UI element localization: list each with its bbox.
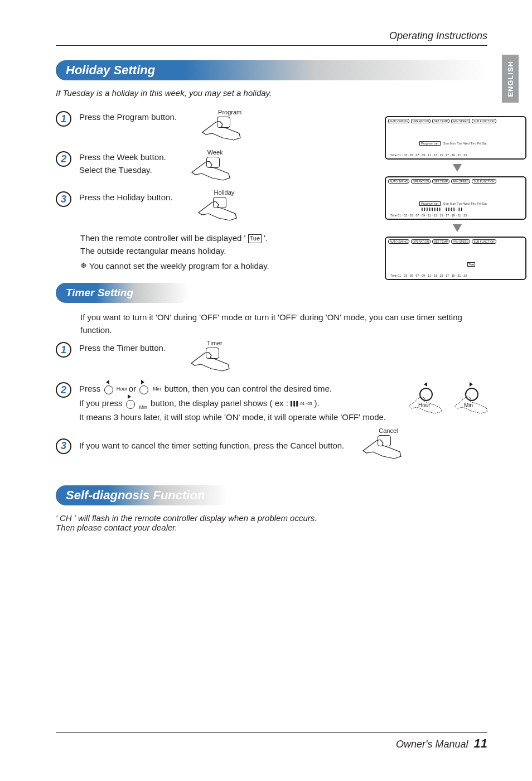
lcd-label: SUB FUNCTION	[472, 119, 496, 123]
program-set-label: Program set	[419, 201, 441, 206]
display-panel-3: AUTO SWING OPERATION SET TEMP FAN SPEED …	[385, 237, 526, 280]
text: Press	[79, 384, 103, 393]
text: Then please contact your dealer.	[56, 523, 177, 532]
language-tab: ENGLISH	[502, 55, 519, 103]
time-scale: Time 01 · 03 · 05 · 07 · 09 · 11 · 13 · …	[390, 214, 523, 217]
display-panel-1: AUTO SWING OPERATION SET TEMP FAN SPEED …	[385, 116, 526, 160]
lcd-label: SET TEMP	[432, 179, 449, 184]
triangle-right-icon	[128, 394, 131, 399]
text: button, then you can control the desired…	[165, 384, 332, 393]
hour-button-icon	[104, 385, 113, 394]
lcd-label: OPERATION	[411, 119, 431, 123]
step-number: 2	[56, 382, 71, 398]
program-button-label: Program	[218, 109, 241, 115]
text: '.	[262, 233, 268, 243]
section-bar-timer: Timer Setting	[56, 283, 190, 303]
hand-icon	[189, 352, 230, 374]
timer-intro: If you want to turn it 'ON' during 'OFF'…	[80, 311, 487, 337]
triangle-left-icon	[424, 382, 427, 387]
bars-row: ▌▌▌▌▌▌▌▌ ▌▌▌▌ ▌▌	[422, 208, 464, 211]
min-big: Min	[462, 382, 487, 417]
section-title-self-diagnosis: Self-diagnosis Function	[66, 488, 205, 503]
hand-icon	[200, 121, 241, 143]
holiday-post-note: Then the remote controller will be displ…	[80, 232, 323, 258]
lcd-label: AUTO SWING	[388, 119, 409, 123]
lcd-label: FAN SPEED	[451, 119, 470, 123]
display-column: AUTO SWING OPERATION SET TEMP FAN SPEED …	[385, 116, 530, 280]
days-row: Sun Mon Tue Wed Thu Fri Sat	[443, 142, 487, 145]
triangle-left-icon	[106, 380, 109, 384]
triangle-right-icon	[470, 382, 473, 387]
display-panel-2: AUTO SWING OPERATION SET TEMP FAN SPEED …	[385, 176, 526, 220]
header-operating-instructions: Operating Instructions	[389, 30, 487, 42]
text: It means 3 hours later, it will stop whi…	[79, 412, 386, 422]
lcd-label: OPERATION	[411, 239, 431, 244]
holiday-intro: If Tuesday is a holiday in this week, yo…	[56, 88, 487, 98]
footer: Owner's Manual 11	[56, 732, 487, 751]
timer-step-1: 1 Press the Timer button. Timer	[56, 342, 487, 377]
tue-box-inline: Tue	[248, 234, 262, 243]
text: ).	[314, 398, 319, 408]
min-label: Min	[138, 404, 148, 412]
time-scale: Time 01 · 03 · 05 · 07 · 09 · 11 · 13 · …	[390, 153, 523, 157]
step-number: 2	[56, 151, 71, 167]
cancel-button-illustration: Cancel	[357, 430, 408, 463]
step-number: 1	[56, 342, 71, 358]
hour-big: Hour	[416, 382, 442, 417]
arrow-down-icon	[385, 163, 530, 173]
hand-icon	[407, 397, 443, 417]
footer-page-number: 11	[474, 736, 487, 751]
step-text: Press the Timer button.	[79, 342, 166, 355]
step-text: Press the Holiday button.	[79, 191, 173, 204]
hand-icon	[196, 201, 238, 224]
time-scale: Time 01 · 03 · 05 · 07 · 09 · 11 · 13 · …	[390, 274, 523, 277]
holiday-cannot-note: ❄ You cannot set the weekly program for …	[80, 261, 323, 271]
step-text: Press the Program button.	[79, 111, 177, 124]
program-button-illustration: Program	[195, 111, 245, 146]
holiday-step-2: 2 Press the Week button. Select the Tues…	[56, 151, 323, 186]
holiday-step-1: 1 Press the Program button. Program	[56, 111, 323, 146]
text: You cannot set the weekly program for a …	[89, 261, 269, 271]
days-row: Sun Mon Tue Wed Thu Fri Sat	[443, 202, 487, 205]
self-diagnosis-text: ' CH ' will flash in the remote controll…	[56, 513, 487, 532]
header-rule	[56, 45, 487, 46]
section-bar-holiday: Holiday Setting	[56, 60, 487, 80]
step-text: Press Hour or Min button, then you can c…	[79, 382, 386, 424]
lcd-label: SET TEMP	[432, 119, 449, 123]
section-title-holiday: Holiday Setting	[66, 63, 155, 78]
step-text: If you want to cancel the timer setting …	[79, 440, 344, 452]
footer-manual-label: Owner's Manual	[396, 739, 468, 750]
hand-icon	[361, 440, 402, 462]
arrow-down-icon	[385, 223, 530, 233]
step-text: Press the Week button. Select the Tuesda…	[79, 151, 166, 176]
lcd-label: OPERATION	[411, 179, 431, 184]
min-label: Min	[152, 385, 162, 393]
text: ' CH ' will flash in the remote controll…	[56, 513, 317, 523]
hand-icon	[190, 161, 231, 184]
hour-label: Hour	[117, 385, 127, 393]
language-tab-label: ENGLISH	[506, 61, 515, 97]
min-button-icon	[126, 400, 135, 409]
cancel-button-label: Cancel	[379, 427, 398, 434]
text: Then the remote controller will be displ…	[80, 233, 248, 243]
hand-icon	[453, 397, 489, 417]
hour-min-buttons-illustration: Hour Min	[416, 382, 487, 417]
bars-example: ▌▌▌ 01 · 03	[291, 401, 312, 407]
lcd-label: SET TEMP	[432, 239, 449, 244]
timer-button-label: Timer	[207, 340, 223, 346]
lcd-label: FAN SPEED	[451, 179, 470, 184]
week-button-illustration: Week	[184, 151, 234, 186]
lcd-label: AUTO SWING	[388, 239, 409, 244]
timer-step-2: 2 Press Hour or Min button, then you can…	[56, 382, 487, 424]
lcd-label: SUB FUNCTION	[472, 239, 496, 244]
holiday-button-label: Holiday	[214, 189, 235, 196]
timer-step-3: 3 If you want to cancel the timer settin…	[56, 430, 487, 463]
step-number: 3	[56, 191, 71, 207]
snowflake-icon: ❄	[80, 261, 87, 270]
section-bar-self-diagnosis: Self-diagnosis Function	[56, 485, 229, 505]
program-set-label: Program set	[419, 141, 441, 146]
text: The outside rectangular means holiday.	[80, 246, 226, 255]
holiday-step-3: 3 Press the Holiday button. Holiday	[56, 191, 323, 226]
timer-button-illustration: Timer	[183, 342, 234, 377]
text: or	[129, 384, 139, 393]
